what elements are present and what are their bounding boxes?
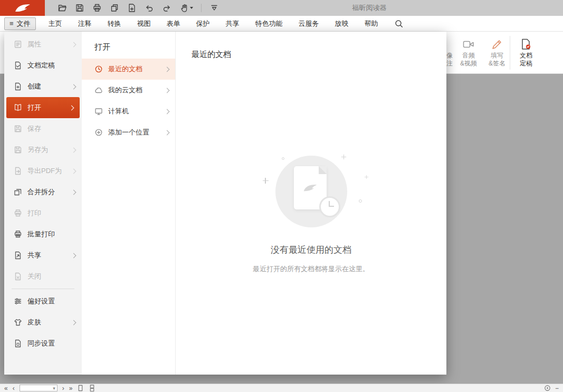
open-item-label: 添加一个位置 — [108, 128, 163, 137]
ribbon-label: &签名 — [483, 60, 511, 68]
sidebar-item-save-as[interactable]: 另存为 — [4, 139, 82, 160]
next-page-icon[interactable]: › — [62, 385, 64, 392]
sidebar-item-print[interactable]: 打印 — [4, 203, 82, 224]
chevron-right-icon — [165, 130, 170, 135]
empty-state-subtitle: 最近打开的所有文档都将显示在这里。 — [176, 264, 446, 274]
pencil-icon — [483, 37, 511, 52]
print-icon[interactable] — [92, 3, 102, 13]
undo-icon[interactable] — [145, 3, 154, 13]
tab-share[interactable]: 共享 — [226, 19, 240, 28]
menu-bar: ≡ 文件 主页 注释 转换 视图 表单 保护 共享 特色功能 云服务 放映 帮助 — [0, 16, 563, 32]
sidebar-item-preferences[interactable]: 偏好设置 — [4, 291, 82, 312]
clock-icon — [94, 65, 103, 73]
tab-form[interactable]: 表单 — [167, 19, 180, 28]
marquee-zoom-icon[interactable] — [544, 385, 551, 391]
first-page-icon[interactable]: « — [4, 385, 8, 392]
tab-home[interactable]: 主页 — [49, 19, 62, 28]
chevron-right-icon — [165, 66, 170, 72]
sidebar-item-close[interactable]: 关闭 — [4, 266, 82, 287]
sidebar-item-batch-print[interactable]: 批量打印 — [4, 224, 82, 245]
sidebar-item-open[interactable]: 打开 — [6, 97, 80, 118]
file-menu-button[interactable]: ≡ 文件 — [4, 17, 36, 30]
sidebar-item-sync-settings[interactable]: 同步设置 — [4, 333, 82, 354]
app-title: 福昕阅读器 — [332, 0, 406, 16]
tab-view[interactable]: 视图 — [137, 19, 151, 28]
redo-icon[interactable] — [162, 3, 171, 13]
combine-split-icon — [14, 188, 22, 196]
ribbon-separator — [510, 36, 510, 70]
sidebar-item-share[interactable]: 共享 — [4, 245, 82, 266]
sidebar-item-export-pdf[interactable]: 导出PDF为 — [4, 160, 82, 181]
document-check-icon — [513, 37, 539, 52]
sidebar-item-label: 另存为 — [27, 145, 70, 155]
sidebar-item-skin[interactable]: 皮肤 — [4, 312, 82, 333]
sidebar-item-label: 创建 — [27, 82, 70, 91]
hand-tool-caret-icon — [190, 7, 193, 9]
sidebar-separator — [12, 289, 74, 289]
page-box-dropdown-icon[interactable]: ▾ — [53, 386, 55, 391]
hand-tool-icon — [179, 3, 189, 13]
ribbon-button-fill-sign[interactable]: 填写 &签名 — [483, 37, 511, 68]
foxit-logo — [0, 0, 45, 16]
sidebar-item-save[interactable]: 保存 — [4, 118, 82, 139]
file-menu-panel: 属性 文档定稿 创建 打开 保存 另 — [4, 32, 446, 375]
file-menu-sidebar: 属性 文档定稿 创建 打开 保存 另 — [4, 32, 82, 375]
ribbon-button-finalize[interactable]: 文档 定稿 — [513, 37, 539, 68]
hand-tool-button[interactable] — [179, 3, 193, 13]
file-menu-label: 文件 — [17, 19, 31, 28]
search-icon[interactable] — [394, 19, 404, 28]
open-item-label: 我的云文档 — [108, 85, 163, 95]
tab-features[interactable]: 特色功能 — [255, 19, 283, 28]
zoom-out-icon[interactable]: − — [555, 385, 559, 392]
sidebar-item-label: 打印 — [27, 208, 75, 218]
share-icon — [14, 251, 22, 260]
sidebar-item-create[interactable]: 创建 — [4, 76, 82, 97]
ribbon-button-audio-video[interactable]: 音频 &视频 — [455, 37, 482, 68]
tab-protect[interactable]: 保护 — [196, 19, 210, 28]
close-document-icon — [14, 272, 22, 281]
customize-toolbar-icon[interactable] — [209, 3, 219, 13]
save-icon[interactable] — [75, 3, 84, 13]
print-icon — [14, 209, 22, 217]
preferences-icon — [14, 297, 22, 305]
open-item-cloud-documents[interactable]: 我的云文档 — [82, 80, 175, 101]
decorative-plus-icon — [341, 155, 346, 159]
sidebar-item-combine-split[interactable]: 合并拆分 — [4, 181, 82, 203]
sidebar-item-finalize[interactable]: 文档定稿 — [4, 55, 82, 76]
tab-present[interactable]: 放映 — [335, 19, 349, 28]
new-document-icon[interactable] — [127, 3, 137, 13]
sidebar-item-label: 导出PDF为 — [27, 166, 70, 176]
sidebar-item-label: 属性 — [27, 40, 70, 49]
skin-shirt-icon — [14, 318, 22, 327]
chevron-right-icon — [71, 42, 77, 47]
previous-page-icon[interactable]: ‹ — [13, 385, 15, 392]
copy-icon[interactable] — [110, 3, 119, 13]
tab-cloud[interactable]: 云服务 — [299, 19, 319, 28]
tab-comment[interactable]: 注释 — [78, 19, 92, 28]
toolbar-separator — [201, 4, 202, 12]
open-book-icon — [14, 103, 22, 112]
chevron-right-icon — [71, 147, 77, 152]
open-item-recent-documents[interactable]: 最近的文档 — [82, 59, 175, 80]
tab-help[interactable]: 帮助 — [365, 19, 378, 28]
sidebar-item-label: 文档定稿 — [27, 61, 75, 70]
save-as-icon — [14, 146, 22, 154]
tab-convert[interactable]: 转换 — [108, 19, 121, 28]
last-page-icon[interactable]: » — [69, 385, 73, 392]
batch-print-icon — [14, 230, 22, 238]
open-item-add-place[interactable]: 添加一个位置 — [82, 122, 175, 143]
page-number-input[interactable]: ▾ — [20, 385, 58, 391]
sidebar-item-properties[interactable]: 属性 — [4, 34, 82, 55]
chevron-right-icon — [71, 189, 77, 195]
cloud-icon — [94, 86, 103, 94]
plus-circle-icon — [94, 128, 103, 137]
open-panel: 打开 最近的文档 我的云文档 计算机 添加一个位置 — [82, 32, 176, 375]
open-item-computer[interactable]: 计算机 — [82, 101, 175, 122]
open-folder-icon[interactable] — [58, 3, 67, 13]
app-window: 福昕阅读器 ≡ 文件 主页 注释 转换 视图 表单 保护 共享 特色功能 云服务… — [0, 0, 563, 392]
ribbon-label: 填写 — [483, 52, 511, 60]
foxit-leaf-icon — [14, 3, 32, 13]
create-document-icon — [14, 82, 22, 91]
continuous-page-view-icon[interactable] — [89, 385, 96, 391]
single-page-view-icon[interactable] — [77, 385, 84, 391]
